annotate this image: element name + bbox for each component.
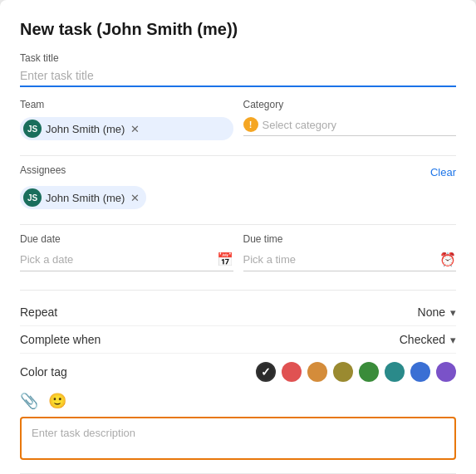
remove-assignee[interactable]: ✕ bbox=[130, 193, 140, 203]
complete-when-value-container: Checked ▾ bbox=[101, 333, 456, 346]
due-time-label: Due time bbox=[243, 233, 457, 245]
color-dot-teal[interactable] bbox=[385, 362, 405, 382]
attachment-icon[interactable]: 📎 bbox=[20, 392, 38, 410]
repeat-value-container: None ▾ bbox=[57, 305, 456, 319]
team-label: Team bbox=[20, 99, 233, 110]
repeat-value: None bbox=[418, 305, 445, 319]
color-tag-row: Color tag ✓ bbox=[20, 354, 456, 387]
due-date-wrapper: 📅 bbox=[20, 252, 233, 271]
toolbar-row: 📎 🙂 bbox=[20, 387, 456, 413]
description-box[interactable]: Enter task description bbox=[20, 417, 456, 460]
category-icon: ! bbox=[243, 117, 258, 132]
avatar: JS bbox=[23, 120, 42, 138]
due-time-wrapper: ⏰ bbox=[243, 252, 457, 271]
due-time-input[interactable] bbox=[243, 253, 437, 266]
calendar-icon[interactable]: 📅 bbox=[217, 252, 233, 267]
color-dots: ✓ bbox=[256, 362, 456, 382]
color-dot-green[interactable] bbox=[359, 362, 379, 382]
divider-2 bbox=[20, 224, 456, 225]
repeat-row[interactable]: Repeat None ▾ bbox=[20, 299, 456, 326]
team-tag[interactable]: JS John Smith (me) ✕ bbox=[20, 117, 233, 140]
complete-when-value: Checked bbox=[400, 333, 445, 346]
color-tag-label: Color tag bbox=[20, 365, 67, 379]
category-placeholder: Select category bbox=[263, 119, 337, 131]
assignee-tag[interactable]: JS John Smith (me) ✕ bbox=[20, 186, 146, 209]
due-time-field: Due time ⏰ bbox=[243, 233, 457, 271]
repeat-label: Repeat bbox=[20, 305, 57, 319]
emoji-icon[interactable]: 🙂 bbox=[48, 392, 66, 410]
color-dot-purple[interactable] bbox=[436, 362, 456, 382]
complete-when-chevron: ▾ bbox=[450, 334, 456, 346]
remove-team-member[interactable]: ✕ bbox=[130, 124, 140, 134]
color-dot-blue[interactable] bbox=[410, 362, 430, 382]
repeat-section: Repeat None ▾ Complete when Checked ▾ bbox=[20, 290, 456, 354]
assignee-avatar: JS bbox=[23, 188, 42, 207]
complete-when-row[interactable]: Complete when Checked ▾ bbox=[20, 326, 456, 354]
modal-title: New task (John Smith (me)) bbox=[20, 20, 456, 39]
new-task-modal: New task (John Smith (me)) Task title Te… bbox=[0, 0, 476, 474]
complete-when-label: Complete when bbox=[20, 333, 101, 346]
description-placeholder: Enter task description bbox=[32, 427, 135, 439]
color-dot-olive[interactable] bbox=[333, 362, 353, 382]
task-title-input[interactable] bbox=[20, 67, 456, 87]
category-select[interactable]: ! Select category bbox=[243, 117, 457, 136]
team-field: Team JS John Smith (me) ✕ bbox=[20, 99, 233, 140]
due-date-input[interactable] bbox=[20, 253, 213, 266]
category-label: Category bbox=[243, 99, 457, 110]
due-date-label: Due date bbox=[20, 233, 233, 245]
divider-1 bbox=[20, 155, 456, 156]
category-field: Category ! Select category bbox=[243, 99, 457, 140]
task-title-label: Task title bbox=[20, 52, 456, 64]
clear-assignees[interactable]: Clear bbox=[430, 166, 456, 178]
assignees-header: Assignees Clear bbox=[20, 164, 456, 179]
assignee-name: John Smith (me) bbox=[46, 192, 125, 204]
team-member-name: John Smith (me) bbox=[46, 123, 125, 135]
color-dot-black[interactable]: ✓ bbox=[256, 362, 276, 382]
clock-icon[interactable]: ⏰ bbox=[439, 252, 456, 267]
color-dot-red[interactable] bbox=[282, 362, 302, 382]
repeat-chevron: ▾ bbox=[450, 306, 456, 319]
assignees-label: Assignees bbox=[20, 164, 66, 176]
color-dot-orange[interactable] bbox=[307, 362, 327, 382]
due-date-field: Due date 📅 bbox=[20, 233, 233, 271]
